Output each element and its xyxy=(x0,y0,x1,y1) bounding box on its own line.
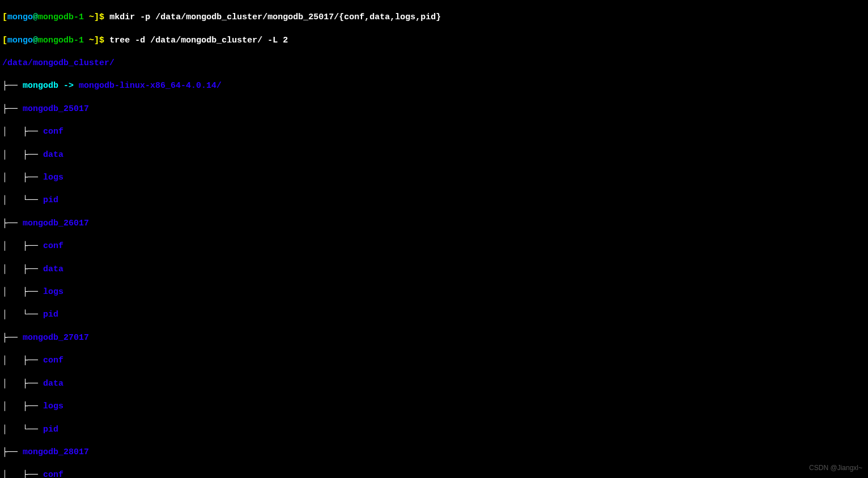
prompt-path: ~ xyxy=(84,12,94,22)
terminal-window[interactable]: [mongo@mongodb-1 ~]$ mkdir -p /data/mong… xyxy=(0,0,868,478)
prompt-user: mongo xyxy=(7,12,33,22)
tree-line: │ ├── logs xyxy=(2,172,866,183)
tree-line: ├── mongodb_26017 xyxy=(2,218,866,229)
watermark-text: CSDN @Jiangxl~ xyxy=(809,462,862,473)
tree-line: │ ├── conf xyxy=(2,470,866,478)
prompt-bracket-close: ] xyxy=(94,12,99,22)
tree-line: │ ├── conf xyxy=(2,241,866,252)
tree-line: ├── mongodb -> mongodb-linux-x86_64-4.0.… xyxy=(2,80,866,92)
tree-line: │ ├── data xyxy=(2,264,866,275)
tree-line: ├── mongodb_25017 xyxy=(2,104,866,115)
tree-line: │ ├── data xyxy=(2,378,866,390)
tree-line: │ ├── logs xyxy=(2,401,866,412)
prompt-at: @ xyxy=(33,12,38,22)
tree-line: │ ├── logs xyxy=(2,287,866,298)
tree-line: │ ├── data xyxy=(2,150,866,161)
tree-line: │ ├── conf xyxy=(2,355,866,366)
prompt-host: mongodb-1 xyxy=(38,12,84,22)
tree-line: ├── mongodb_27017 xyxy=(2,332,866,344)
terminal-line: [mongo@mongodb-1 ~]$ tree -d /data/mongo… xyxy=(2,35,866,46)
tree-line: │ └── pid xyxy=(2,195,866,206)
command-tree: tree -d /data/mongodb_cluster/ -L 2 xyxy=(109,36,288,45)
tree-symlink: mongodb xyxy=(23,81,58,91)
prompt-bracket-open: [ xyxy=(2,12,7,22)
tree-line: │ └── pid xyxy=(2,424,866,436)
prompt-dollar: $ xyxy=(99,12,104,22)
tree-line: │ ├── conf xyxy=(2,126,866,138)
terminal-line: [mongo@mongodb-1 ~]$ mkdir -p /data/mong… xyxy=(2,12,866,23)
tree-line: ├── mongodb_28017 xyxy=(2,447,866,458)
tree-root: /data/mongodb_cluster/ xyxy=(2,58,866,69)
command-mkdir: mkdir -p /data/mongodb_cluster/mongodb_2… xyxy=(109,12,441,22)
tree-line: │ └── pid xyxy=(2,309,866,321)
